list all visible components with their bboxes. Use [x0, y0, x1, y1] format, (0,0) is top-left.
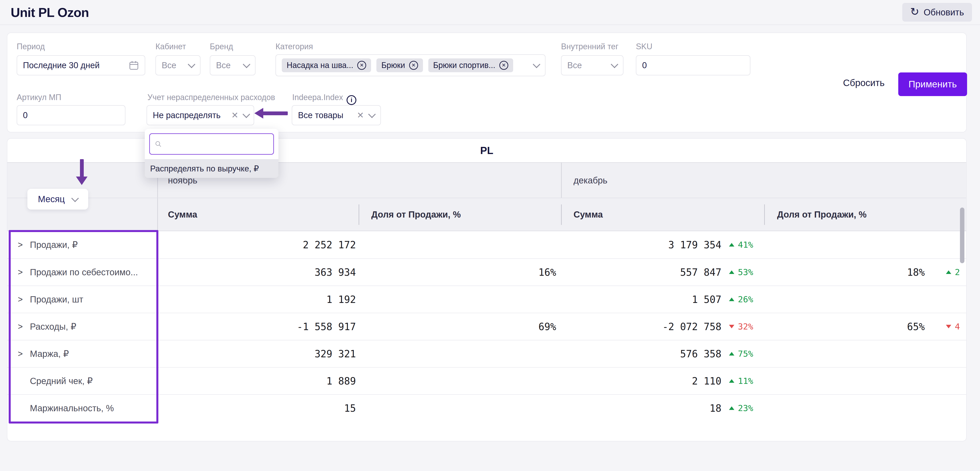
delta-badge: 26% — [721, 294, 762, 304]
indeepa-select[interactable]: Все товары ✕ — [292, 105, 381, 125]
delta-triangle-icon — [729, 325, 734, 328]
row-label-cell[interactable]: > Продажи, шт — [7, 294, 157, 305]
category-label: Категория — [275, 42, 313, 51]
row-label-cell[interactable]: > Средний чек, ₽ — [7, 376, 157, 386]
reset-button[interactable]: Сбросить — [843, 78, 885, 88]
top-bar: Unit PL Ozon ↻ Обновить — [0, 0, 980, 25]
category-chip[interactable]: Брюки спортив... ✕ — [428, 58, 513, 72]
page-title: Unit PL Ozon — [11, 5, 89, 20]
nov-sum-cell: 1 889 — [157, 375, 359, 387]
delta-triangle-icon — [946, 325, 951, 328]
cabinet-select[interactable]: Все — [156, 55, 200, 75]
chip-remove-icon[interactable]: ✕ — [409, 61, 418, 70]
info-icon[interactable]: i — [347, 95, 356, 105]
annotation-arrow-left-icon — [255, 108, 288, 118]
expand-chevron-icon[interactable]: > — [18, 268, 23, 277]
internal-tag-select[interactable]: Все — [561, 55, 624, 75]
divider — [561, 163, 562, 198]
table-row: > Продажи по себестоимо... 363 934 16% 5… — [7, 259, 966, 286]
table-row: > Продажи, шт 1 192 1 507 26% — [7, 286, 966, 313]
chevron-down-icon — [243, 61, 250, 68]
dropdown-search-input[interactable] — [165, 139, 268, 148]
chip-remove-icon[interactable]: ✕ — [500, 61, 508, 70]
delta-badge: 23% — [721, 403, 762, 413]
article-mp-input[interactable] — [23, 110, 119, 120]
expand-chevron-icon[interactable]: > — [18, 240, 23, 250]
delta-badge: 53% — [721, 267, 762, 277]
article-mp-field[interactable] — [17, 105, 126, 125]
clear-icon[interactable]: ✕ — [357, 110, 364, 120]
clear-icon[interactable]: ✕ — [231, 110, 238, 120]
column-header-share: Доля от Продажи, % — [371, 209, 461, 220]
row-label: Маржинальность, % — [30, 403, 114, 413]
expand-chevron-icon[interactable]: > — [18, 322, 23, 332]
dropdown-option[interactable]: Распределять по выручке, ₽ — [145, 159, 278, 178]
period-picker[interactable]: Последние 30 дней — [17, 55, 145, 75]
period-label: Период — [17, 42, 45, 51]
table-row: > Маржинальность, % 15 18 23% — [7, 394, 966, 422]
sku-input[interactable] — [642, 61, 744, 70]
unit-pl-page: Unit PL Ozon ↻ Обновить Период Кабинет Б… — [0, 0, 980, 471]
column-header-row: Сумма Доля от Продажи, % Сумма Доля от П… — [7, 198, 966, 231]
chevron-down-icon — [368, 110, 376, 118]
row-label-cell[interactable]: > Продажи по себестоимо... — [7, 267, 157, 277]
row-label-cell[interactable]: > Маржинальность, % — [7, 403, 157, 413]
chip-remove-icon[interactable]: ✕ — [357, 61, 366, 70]
divider — [359, 204, 359, 225]
indeepa-label: Indeepa.Indexi — [292, 93, 356, 105]
row-label: Средний чек, ₽ — [30, 376, 93, 386]
row-label-cell[interactable]: > Продажи, ₽ — [7, 239, 157, 250]
dropdown-search[interactable] — [149, 133, 274, 155]
granularity-select[interactable]: Месяц — [27, 189, 88, 209]
delta-triangle-icon — [729, 379, 734, 383]
nov-share-cell: 69% — [359, 321, 561, 332]
dec-sum-cell: 557 847 53% — [561, 267, 764, 278]
delta-badge: 32% — [721, 322, 762, 332]
nov-sum-cell: 2 252 172 — [157, 239, 359, 251]
row-label-cell[interactable]: > Расходы, ₽ — [7, 321, 157, 332]
dec-sum-cell: -2 072 758 32% — [561, 321, 764, 332]
nov-sum-cell: -1 558 917 — [157, 321, 359, 332]
brand-label: Бренд — [210, 42, 233, 51]
unallocated-select[interactable]: Не распределять ✕ — [146, 105, 254, 125]
table-row: > Маржа, ₽ 329 321 576 358 75% — [7, 340, 966, 367]
chip-label: Насадка на шва... — [286, 61, 353, 70]
row-label: Маржа, ₽ — [30, 349, 69, 359]
divider — [764, 204, 765, 225]
dec-sum-cell: 3 179 354 41% — [561, 239, 764, 251]
chevron-down-icon — [611, 61, 618, 68]
row-label-cell[interactable]: > Маржа, ₽ — [7, 349, 157, 359]
delta-triangle-icon — [729, 298, 734, 301]
table-body: > Продажи, ₽ 2 252 172 3 179 354 41% > П… — [7, 231, 966, 422]
refresh-button[interactable]: ↻ Обновить — [902, 3, 972, 22]
pl-table: PL ноябрь декабрь Сумма Доля от Продажи,… — [7, 138, 967, 441]
delta-triangle-icon — [729, 352, 734, 356]
column-header-sum: Сумма — [574, 209, 603, 220]
delta-triangle-icon — [729, 406, 734, 410]
apply-button[interactable]: Применить — [898, 72, 967, 96]
category-chip[interactable]: Насадка на шва... ✕ — [282, 58, 371, 72]
expand-chevron-icon[interactable]: > — [18, 349, 23, 359]
chip-label: Брюки — [381, 61, 405, 70]
article-mp-label: Артикул МП — [17, 93, 61, 102]
table-row: > Продажи, ₽ 2 252 172 3 179 354 41% — [7, 231, 966, 259]
row-label: Продажи, ₽ — [30, 239, 78, 250]
nov-sum-cell: 363 934 — [157, 267, 359, 278]
month-december: декабрь — [574, 175, 608, 185]
table-row: > Средний чек, ₽ 1 889 2 110 11% — [7, 367, 966, 394]
column-header-sum: Сумма — [168, 209, 197, 220]
brand-select[interactable]: Все — [210, 55, 256, 75]
sku-field[interactable] — [636, 55, 750, 75]
category-chip[interactable]: Брюки ✕ — [376, 58, 423, 72]
scrollbar-thumb[interactable] — [960, 208, 964, 263]
dec-sum-cell: 576 358 75% — [561, 348, 764, 359]
category-multiselect[interactable]: Насадка на шва... ✕ Брюки ✕ Брюки спорти… — [275, 54, 546, 76]
delta-badge: 2 — [925, 267, 963, 277]
sku-label: SKU — [636, 42, 652, 51]
divider — [561, 204, 562, 225]
unallocated-label: Учет нераспределенных расходов — [148, 93, 275, 102]
refresh-icon: ↻ — [910, 6, 919, 17]
expand-chevron-icon[interactable]: > — [18, 295, 23, 304]
delta-badge: 4 — [925, 322, 963, 332]
delta-badge: 75% — [721, 349, 762, 359]
